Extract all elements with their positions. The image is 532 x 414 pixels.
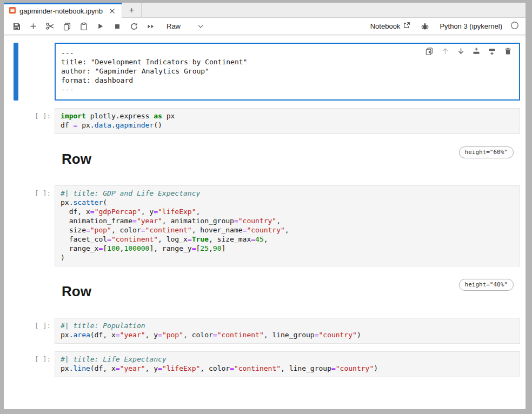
cell-prompt <box>18 276 55 309</box>
kernel-name[interactable]: Python 3 (ipykernel) <box>440 22 502 30</box>
markdown-cell-rendered: height="60%" Row <box>55 143 520 177</box>
cell-row-heading-2[interactable]: height="40%" Row <box>4 276 526 309</box>
markdown-cell-rendered: height="40%" Row <box>55 276 520 309</box>
cell-row-heading-1[interactable]: height="60%" Row <box>4 143 526 177</box>
insert-cell-below-button[interactable] <box>486 46 498 58</box>
kernel-status-icon <box>510 21 519 32</box>
interrupt-kernel-button[interactable] <box>110 19 124 34</box>
paste-icon <box>79 22 88 31</box>
cell-toolbar <box>423 46 514 58</box>
cell-life-expectancy[interactable]: [ ]: #| title: Life Expectancypx.line(df… <box>4 351 526 377</box>
cell-prompt: [ ]: <box>18 351 55 377</box>
cell-population[interactable]: [ ]: #| title: Populationpx.area(df, x="… <box>4 318 526 344</box>
restart-kernel-button[interactable] <box>127 19 141 34</box>
code-cell-editor[interactable]: import plotly.express as pxdf = px.data.… <box>55 108 520 134</box>
tab-bar: gapminder-notebook.ipynb + <box>4 3 526 18</box>
save-icon <box>12 22 21 31</box>
save-button[interactable] <box>9 19 24 34</box>
tab-label: gapminder-notebook.ipynb <box>19 7 103 15</box>
kernel-status-indicator[interactable] <box>510 21 519 32</box>
cell-collapser[interactable] <box>14 276 18 309</box>
code-cell-source[interactable]: import plotly.express as pxdf = px.data.… <box>61 111 520 130</box>
code-cell-editor[interactable]: #| title: GDP and Life Expectancypx.scat… <box>55 185 520 266</box>
move-cell-up-button[interactable] <box>439 46 451 58</box>
code-cell-source[interactable]: #| title: Life Expectancypx.line(df, x="… <box>61 355 520 373</box>
copy-cells-button[interactable] <box>59 19 74 34</box>
run-all-icon <box>147 22 155 31</box>
cut-icon <box>45 22 55 31</box>
cell-frontmatter[interactable]: ---title: "Development Indicators by Con… <box>4 43 526 101</box>
paste-cells-button[interactable] <box>76 19 91 34</box>
row-heading: Row <box>62 283 520 300</box>
copy-icon <box>63 22 71 31</box>
notebook-panel: ---title: "Development Indicators by Con… <box>4 35 526 409</box>
run-cell-button[interactable] <box>93 19 108 34</box>
chevron-down-icon <box>197 23 204 30</box>
tab-gapminder-notebook[interactable]: gapminder-notebook.ipynb <box>4 3 122 18</box>
notebook-file-icon <box>9 6 16 16</box>
close-icon[interactable] <box>108 7 117 16</box>
new-tab-button[interactable]: + <box>122 3 142 17</box>
add-cell-icon <box>29 22 37 30</box>
notebook-link-label: Notebook <box>370 22 401 30</box>
move-up-icon <box>441 47 449 57</box>
jupyterlab-window: gapminder-notebook.ipynb + <box>4 3 526 409</box>
cell-prompt <box>18 43 55 101</box>
external-link-icon <box>403 22 410 31</box>
cell-collapser[interactable] <box>14 318 18 344</box>
restart-icon <box>130 22 138 31</box>
cell-prompt <box>18 143 55 177</box>
run-icon <box>96 22 104 30</box>
cut-cells-button[interactable] <box>43 19 57 34</box>
cell-type-dropdown[interactable]: Raw <box>167 22 204 30</box>
bug-icon <box>421 22 429 31</box>
cell-type-value: Raw <box>167 22 181 30</box>
toolbar-right-group: Notebook Python 3 (ipykernel) <box>370 19 519 34</box>
cell-prompt: [ ]: <box>18 108 55 134</box>
height-badge: height="40%" <box>459 279 514 291</box>
delete-cell-icon <box>504 47 512 57</box>
debugger-button[interactable] <box>420 19 430 34</box>
insert-below-icon <box>488 47 496 57</box>
code-cell-source[interactable]: #| title: GDP and Life Expectancypx.scat… <box>61 189 520 262</box>
cell-collapser[interactable] <box>14 108 18 134</box>
duplicate-cell-button[interactable] <box>423 46 435 58</box>
code-cell-editor[interactable]: #| title: Populationpx.area(df, x="year"… <box>55 318 520 344</box>
notebook-window-link[interactable]: Notebook <box>370 22 411 31</box>
row-heading: Row <box>62 151 520 168</box>
cell-imports[interactable]: [ ]: import plotly.express as pxdf = px.… <box>4 108 526 134</box>
cell-collapser[interactable] <box>14 43 18 101</box>
new-tab-icon: + <box>129 5 134 15</box>
cell-collapser[interactable] <box>14 143 18 177</box>
cell-collapser[interactable] <box>14 351 18 377</box>
move-down-icon <box>457 47 465 57</box>
insert-cell-above-button[interactable] <box>470 46 482 58</box>
insert-cell-button[interactable] <box>26 19 41 34</box>
duplicate-cell-icon <box>425 47 434 57</box>
notebook-toolbar: Raw Notebook Python 3 (ipykernel) <box>4 18 526 35</box>
cell-prompt: [ ]: <box>18 318 55 344</box>
code-cell-source[interactable]: #| title: Populationpx.area(df, x="year"… <box>61 321 520 339</box>
height-badge: height="60%" <box>459 146 514 158</box>
cell-prompt: [ ]: <box>18 185 55 266</box>
code-cell-editor[interactable]: #| title: Life Expectancypx.line(df, x="… <box>55 351 520 377</box>
delete-cell-button[interactable] <box>502 46 514 58</box>
cell-collapser[interactable] <box>14 185 18 266</box>
cell-gdp-life-expectancy[interactable]: [ ]: #| title: GDP and Life Expectancypx… <box>4 185 526 266</box>
move-cell-down-button[interactable] <box>455 46 467 58</box>
raw-cell-editor[interactable]: ---title: "Development Indicators by Con… <box>55 43 520 101</box>
restart-run-all-button[interactable] <box>143 19 158 34</box>
stop-icon <box>114 23 121 30</box>
insert-above-icon <box>472 47 481 57</box>
